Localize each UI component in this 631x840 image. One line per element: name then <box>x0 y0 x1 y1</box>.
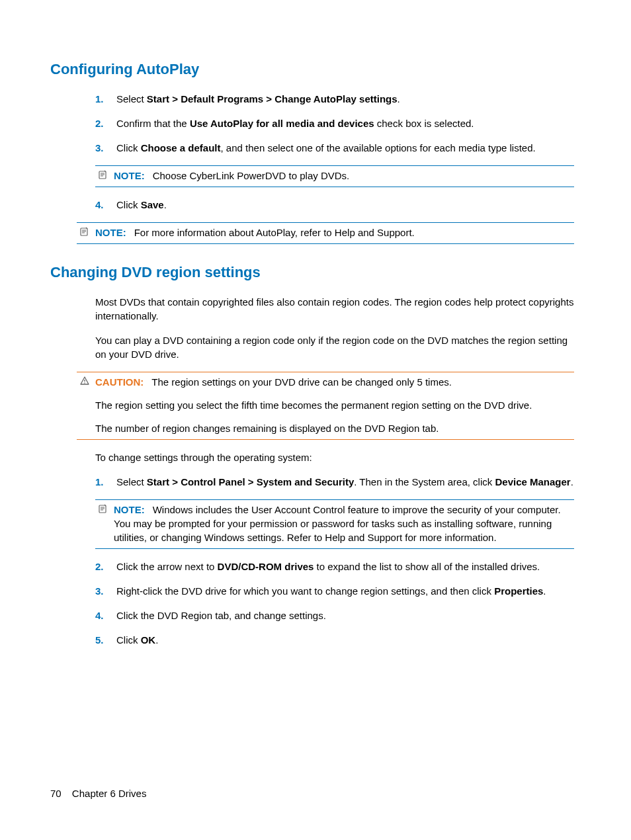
list-item: 3. Right-click the DVD drive for which y… <box>95 584 574 598</box>
step-number: 4. <box>95 609 116 622</box>
step-text-post: . <box>398 93 400 105</box>
list-item: 4. Click Save. <box>95 198 574 212</box>
step-body: Right-click the DVD drive for which you … <box>116 584 574 598</box>
step-text-pre: Select <box>116 93 147 105</box>
caution-text: The number of region changes remaining i… <box>95 421 574 435</box>
paragraph: Most DVDs that contain copyrighted files… <box>95 295 574 323</box>
note-content: NOTE:For more information about AutoPlay… <box>93 226 574 239</box>
step-body: Select Start > Default Programs > Change… <box>116 92 574 106</box>
caution-content: CAUTION:The region settings on your DVD … <box>93 375 574 435</box>
note-box: NOTE:Windows includes the User Account C… <box>95 499 574 549</box>
caution-label: CAUTION: <box>95 376 144 388</box>
step-text-bold: Save <box>141 199 164 210</box>
step-text-post: check box is selected. <box>374 118 474 129</box>
caution-text: The region settings on your DVD drive ca… <box>151 376 452 388</box>
step-number: 1. <box>95 475 116 489</box>
note-content: NOTE:Choose CyberLink PowerDVD to play D… <box>111 169 574 183</box>
step-text-post: . <box>155 634 158 646</box>
list-item: 4. Click the DVD Region tab, and change … <box>95 609 574 622</box>
list-item: 1. Select Start > Default Programs > Cha… <box>95 92 574 106</box>
step-body: Click Choose a default, and then select … <box>116 141 574 155</box>
step-number: 5. <box>95 633 116 647</box>
step-body: Click the arrow next to DVD/CD-ROM drive… <box>116 560 574 573</box>
step-text-pre: Confirm that the <box>116 118 190 129</box>
step-text-pre: Right-click the DVD drive for which you … <box>116 585 494 597</box>
step-text-bold: Device Manager <box>495 476 570 487</box>
step-number: 3. <box>95 141 116 155</box>
ordered-list-region-cont: 2. Click the arrow next to DVD/CD-ROM dr… <box>95 560 574 647</box>
paragraph: To change settings through the operating… <box>95 450 574 464</box>
chapter-label: Chapter 6 Drives <box>72 788 147 799</box>
list-item: 2. Confirm that the Use AutoPlay for all… <box>95 116 574 130</box>
note-text: For more information about AutoPlay, ref… <box>134 227 415 238</box>
step-body: Select Start > Control Panel > System an… <box>116 475 574 489</box>
note-box: NOTE:For more information about AutoPlay… <box>77 222 574 244</box>
caution-text: The region setting you select the fifth … <box>95 398 574 412</box>
step-body: Confirm that the Use AutoPlay for all me… <box>116 116 574 130</box>
note-label: NOTE: <box>114 504 145 515</box>
caution-icon <box>77 375 93 386</box>
step-body: Click the DVD Region tab, and change set… <box>116 609 574 622</box>
list-item: 3. Click Choose a default, and then sele… <box>95 141 574 155</box>
step-text-bold: Use AutoPlay for all media and devices <box>190 118 374 129</box>
page-number: 70 <box>50 788 62 799</box>
step-number: 2. <box>95 560 116 573</box>
note-label: NOTE: <box>114 170 145 181</box>
ordered-list-autoplay: 1. Select Start > Default Programs > Cha… <box>95 92 574 155</box>
caution-box: CAUTION:The region settings on your DVD … <box>77 372 574 440</box>
step-body: Click OK. <box>116 633 574 647</box>
step-text-post: , and then select one of the available o… <box>221 142 536 153</box>
note-icon <box>77 226 93 237</box>
note-text: Windows includes the User Account Contro… <box>114 504 561 543</box>
page-footer: 70 Chapter 6 Drives <box>50 786 146 800</box>
list-item: 1. Select Start > Control Panel > System… <box>95 475 574 489</box>
step-text-pre: Click <box>116 199 141 210</box>
heading-dvd-region: Changing DVD region settings <box>50 263 574 283</box>
step-text-bold: DVD/CD-ROM drives <box>218 561 314 572</box>
step-number: 4. <box>95 198 116 212</box>
list-item: 2. Click the arrow next to DVD/CD-ROM dr… <box>95 560 574 573</box>
heading-configuring-autoplay: Configuring AutoPlay <box>50 60 574 80</box>
step-text-mid: . Then in the System area, click <box>354 476 495 487</box>
step-text-pre: Select <box>116 476 147 487</box>
note-icon <box>95 503 111 514</box>
list-item: 5. Click OK. <box>95 633 574 647</box>
note-label: NOTE: <box>95 227 126 238</box>
note-text: Choose CyberLink PowerDVD to play DVDs. <box>153 170 350 181</box>
ordered-list-region: 1. Select Start > Control Panel > System… <box>95 475 574 489</box>
step-text-pre: Click <box>116 634 141 646</box>
step-text-post: to expand the list to show all of the in… <box>314 561 540 572</box>
step-text-post: . <box>571 476 573 487</box>
paragraph: You can play a DVD containing a region c… <box>95 333 574 361</box>
step-text-post: . <box>543 585 546 597</box>
step-text-post: . <box>164 199 167 210</box>
note-box: NOTE:Choose CyberLink PowerDVD to play D… <box>95 165 574 187</box>
step-number: 1. <box>95 92 116 106</box>
step-text-pre: Click <box>116 142 141 153</box>
step-text-bold: Start > Default Programs > Change AutoPl… <box>147 93 398 105</box>
step-text-pre: Click the arrow next to <box>116 561 218 572</box>
step-number: 2. <box>95 116 116 130</box>
step-body: Click Save. <box>116 198 574 212</box>
note-content: NOTE:Windows includes the User Account C… <box>111 503 574 544</box>
step-text-bold: OK <box>141 634 156 646</box>
step-number: 3. <box>95 584 116 598</box>
step-text-bold: Start > Control Panel > System and Secur… <box>147 476 354 487</box>
svg-point-3 <box>84 382 85 384</box>
step-text-bold: Choose a default <box>141 142 221 153</box>
ordered-list-autoplay-cont: 4. Click Save. <box>95 198 574 212</box>
note-icon <box>95 169 111 180</box>
step-text-bold: Properties <box>494 585 543 597</box>
